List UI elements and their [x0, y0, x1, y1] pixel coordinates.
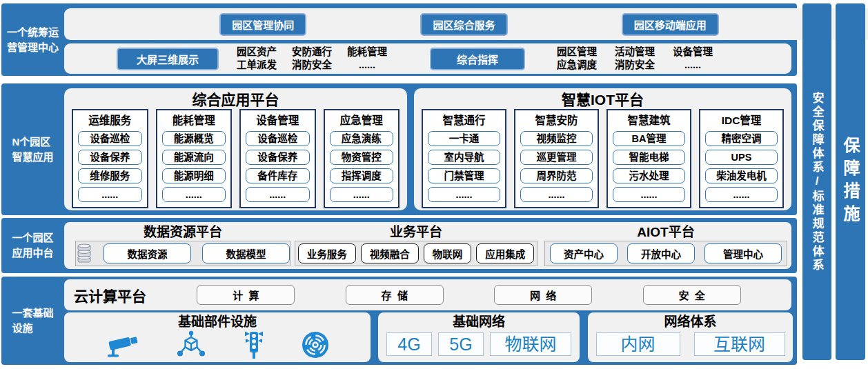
iot-item[interactable]: BA管理: [613, 131, 685, 146]
app-item[interactable]: 设备巡检: [78, 131, 142, 146]
security-button[interactable]: 安 全: [643, 285, 741, 305]
guarantee-measures-bar: 保障措施: [836, 3, 865, 360]
ops-bottom-row: 大屏三维展示 园区资产 工单派发 安防通行 消防安全 能耗管理 ...... 综…: [64, 43, 791, 74]
integrated-command-button[interactable]: 综合指挥: [430, 48, 525, 70]
panel-title: 综合应用平台: [64, 88, 407, 109]
network-item-internet[interactable]: 互联网: [694, 332, 785, 356]
app-item[interactable]: ......: [162, 187, 226, 202]
park-management-collab-button[interactable]: 园区管理协同: [219, 13, 306, 36]
ops-item: 安防通行 消防安全: [292, 46, 332, 72]
label-middle-platform: 一个园区 应用中台: [1, 218, 64, 273]
iot-item[interactable]: 视频监控: [520, 131, 593, 146]
app-column-ops-service: 运维服务 设备巡检 设备保养 维修服务 ......: [72, 109, 148, 208]
iot-column-access: 智慧通行 一卡通 室内导航 门禁管理 ......: [422, 109, 506, 208]
app-item[interactable]: 物资管控: [330, 150, 394, 165]
iot-column-idc: IDC管理 精密空调 UPS 柴油发电机 ......: [699, 109, 784, 208]
panel-title: 基础部件设施: [64, 312, 371, 330]
cloud-computing-panel: 云计算平台 计 算 存 储 网 络 安 全: [64, 279, 791, 310]
iot-item[interactable]: 巡更管理: [520, 150, 593, 165]
park-integrated-service-button[interactable]: 园区综合服务: [420, 13, 507, 36]
iot-button[interactable]: 物联网: [424, 243, 472, 263]
database-icon: [76, 243, 92, 264]
app-item[interactable]: 设备保养: [246, 150, 310, 165]
management-center-button[interactable]: 管理中心: [704, 243, 782, 263]
open-center-button[interactable]: 开放中心: [627, 243, 695, 263]
panel-smart-iot-platform: 智慧IOT平台 智慧通行 一卡通 室内导航 门禁管理 ...... 智慧安防 视…: [414, 88, 791, 210]
data-model-button[interactable]: 数据模型: [202, 243, 290, 263]
label-infrastructure: 一套基础 设施: [1, 277, 64, 365]
iot-item[interactable]: 污水处理: [613, 168, 685, 183]
app-item[interactable]: ......: [246, 187, 310, 202]
app-item[interactable]: 能源流向: [162, 150, 226, 165]
band-smart-apps: N个园区 智慧应用 综合应用平台 运维服务 设备巡检 设备保养 维修服务 ...…: [1, 83, 797, 215]
iot-item[interactable]: 精密空调: [705, 131, 778, 146]
ops-item: 设备管理 ......: [673, 46, 713, 72]
compute-button[interactable]: 计 算: [197, 285, 295, 305]
app-item[interactable]: 指挥调度: [330, 168, 394, 183]
app-column-device: 设备管理 设备巡检 设备保养 备件库存 ......: [239, 109, 316, 208]
network-item-5g[interactable]: 5G: [438, 332, 484, 356]
iot-item[interactable]: 智能电梯: [613, 150, 685, 165]
iot-item[interactable]: 门禁管理: [428, 168, 500, 183]
app-item[interactable]: 能源明细: [162, 168, 226, 183]
network-item-intranet[interactable]: 内网: [596, 332, 680, 356]
app-item[interactable]: 应急演练: [330, 131, 394, 146]
group-aiot-platform: AIOT平台 资产中心 开放中心 管理中心: [544, 223, 787, 266]
iot-item[interactable]: 柴油发电机: [705, 168, 778, 183]
panel-title: 网络体系: [588, 312, 793, 330]
ops-item: 能耗管理 ......: [347, 46, 387, 72]
column-title: 智慧建筑: [613, 113, 685, 128]
app-item[interactable]: 能源概览: [162, 131, 226, 146]
iot-item[interactable]: ......: [428, 187, 500, 202]
band-middle-platform: 一个园区 应用中台 数据资源平台 数据资源: [1, 218, 797, 273]
security-standard-system-bar: 安全保障体系/标准规范体系: [802, 3, 831, 360]
iot-item[interactable]: ......: [520, 187, 593, 202]
big-screen-3d-button[interactable]: 大屏三维展示: [117, 48, 219, 70]
panel-title: 智慧IOT平台: [414, 88, 791, 109]
group-business-platform: 业务平台 业务服务 视频融合 物联网 应用集成: [295, 223, 537, 266]
iot-cube-icon: [175, 330, 207, 359]
app-column-energy: 能耗管理 能源概览 能源流向 能源明细 ......: [156, 109, 233, 208]
app-item[interactable]: ......: [78, 187, 142, 202]
band-ops-center: 一个统筹运 营管理中心 园区管理协同 园区综合服务 园区移动端应用 大屏三维展示…: [1, 3, 797, 76]
iot-column-security: 智慧安防 视频监控 巡更管理 周界防范 ......: [514, 109, 599, 208]
cctv-camera-icon: [104, 330, 141, 359]
app-integration-button[interactable]: 应用集成: [476, 243, 534, 263]
ops-item: 园区管理 应急调度: [557, 46, 597, 72]
cloud-platform-title: 云计算平台: [74, 285, 146, 306]
business-service-button[interactable]: 业务服务: [298, 243, 356, 263]
ops-item: 园区资产 工单派发: [237, 46, 277, 72]
app-item[interactable]: 维修服务: [78, 168, 142, 183]
group-title: AIOT平台: [544, 223, 787, 241]
traffic-light-icon: [241, 330, 266, 360]
network-item-4g[interactable]: 4G: [386, 332, 432, 356]
band-infrastructure: 一套基础 设施 云计算平台 计 算 存 储 网 络 安 全 基础部件设施: [1, 277, 797, 365]
app-item[interactable]: ......: [330, 187, 394, 202]
iot-item[interactable]: ......: [705, 187, 778, 202]
column-title: 应急管理: [330, 113, 394, 128]
ops-top-row: 园区管理协同 园区综合服务 园区移动端应用: [64, 8, 868, 40]
iot-item[interactable]: 室内导航: [428, 150, 500, 165]
iot-item[interactable]: 一卡通: [428, 131, 500, 146]
asset-center-button[interactable]: 资产中心: [550, 243, 618, 263]
iot-item[interactable]: UPS: [705, 150, 778, 165]
network-button[interactable]: 网 络: [494, 285, 592, 305]
app-item[interactable]: 备件库存: [246, 168, 310, 183]
smart-park-architecture-diagram: 一个统筹运 营管理中心 园区管理协同 园区综合服务 园区移动端应用 大屏三维展示…: [0, 0, 868, 369]
storage-button[interactable]: 存 储: [346, 285, 444, 305]
basic-components-panel: 基础部件设施: [64, 312, 371, 362]
park-mobile-app-button[interactable]: 园区移动端应用: [622, 13, 719, 36]
column-title: 运维服务: [78, 113, 142, 128]
radar-icon: [300, 330, 331, 360]
data-resource-button[interactable]: 数据资源: [103, 243, 191, 263]
group-data-resource-platform: 数据资源平台 数据资源 数据模型: [75, 223, 290, 266]
video-fusion-button[interactable]: 视频融合: [361, 243, 419, 263]
ops-item: 活动管理 消防安全: [615, 46, 655, 72]
panel-title: 基础网络: [378, 312, 580, 330]
network-item-iot[interactable]: 物联网: [490, 332, 571, 356]
iot-item[interactable]: ......: [613, 187, 685, 202]
app-item[interactable]: 设备保养: [78, 150, 142, 165]
app-item[interactable]: 设备巡检: [246, 131, 310, 146]
iot-item[interactable]: 周界防范: [520, 168, 593, 183]
basic-network-panel: 基础网络 4G 5G 物联网: [378, 312, 580, 362]
